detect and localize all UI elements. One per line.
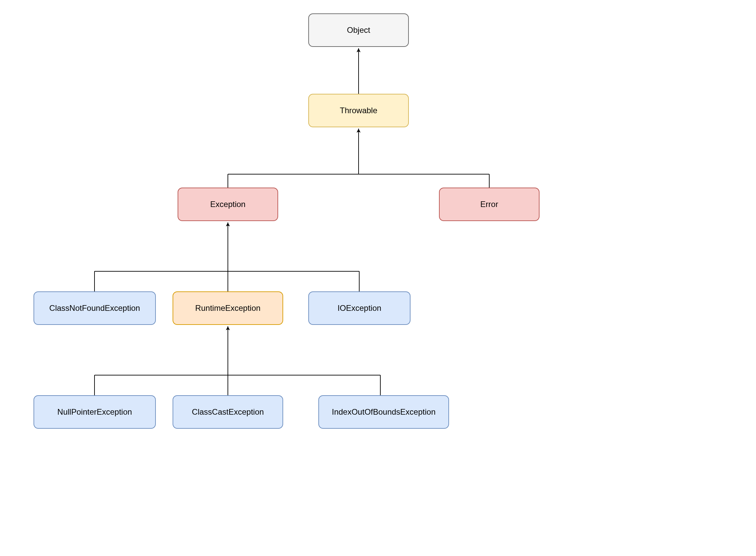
node-classnotfound-label: ClassNotFoundException (49, 304, 140, 313)
node-runtime: RuntimeException (172, 291, 283, 325)
node-ioob: IndexOutOfBoundsException (318, 395, 449, 429)
node-classnotfound: ClassNotFoundException (34, 291, 156, 325)
node-throwable: Throwable (308, 94, 409, 127)
node-io-label: IOException (337, 304, 381, 313)
node-ioob-label: IndexOutOfBoundsException (332, 407, 436, 417)
node-error-label: Error (480, 200, 498, 209)
diagram-canvas: Object Throwable Exception Error ClassNo… (0, 0, 756, 556)
node-exception-label: Exception (210, 200, 245, 209)
node-error: Error (439, 187, 539, 221)
node-npe-label: NullPointerException (57, 407, 132, 417)
node-runtime-label: RuntimeException (195, 304, 261, 313)
node-object-label: Object (347, 26, 370, 35)
edges-layer (0, 0, 756, 556)
node-classcast: ClassCastException (172, 395, 283, 429)
node-object: Object (308, 13, 409, 47)
node-npe: NullPointerException (34, 395, 156, 429)
node-classcast-label: ClassCastException (192, 407, 264, 417)
node-io: IOException (308, 291, 410, 325)
node-throwable-label: Throwable (340, 106, 377, 115)
node-exception: Exception (177, 187, 278, 221)
